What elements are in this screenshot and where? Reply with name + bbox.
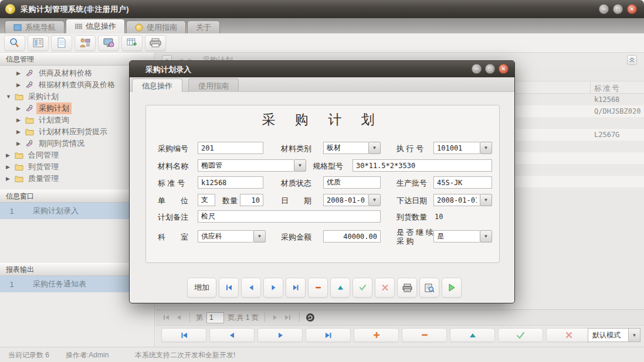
dialog-minimize-button[interactable]: ─ bbox=[472, 64, 482, 74]
print-button[interactable] bbox=[145, 35, 166, 51]
cancel-button[interactable] bbox=[546, 328, 591, 342]
chevron-down-icon[interactable]: ▼ bbox=[480, 142, 492, 154]
search-icon bbox=[9, 37, 21, 48]
last-record-button[interactable] bbox=[286, 278, 306, 298]
first-page-icon[interactable] bbox=[161, 313, 171, 322]
collapse-arrow-icon[interactable] bbox=[6, 94, 15, 100]
tree-item-label: 期间到货情况 bbox=[36, 138, 87, 149]
prev-record-button[interactable] bbox=[241, 278, 261, 298]
tab-system-nav[interactable]: 系统导航 bbox=[5, 21, 65, 33]
department-value[interactable] bbox=[198, 230, 253, 243]
search-button[interactable] bbox=[4, 35, 25, 51]
field-label-material-state: 材质状态 bbox=[281, 178, 311, 189]
add-record-button[interactable] bbox=[354, 328, 399, 342]
dialog-tab-user-guide[interactable]: 使用指南 bbox=[188, 78, 239, 92]
continue-purchase-value[interactable] bbox=[433, 230, 480, 243]
expand-arrow-icon[interactable] bbox=[6, 152, 15, 158]
expand-arrow-icon[interactable] bbox=[6, 164, 15, 170]
material-name-value[interactable] bbox=[198, 159, 294, 172]
next-page-icon[interactable] bbox=[271, 313, 280, 322]
collapse-panel-button[interactable] bbox=[627, 55, 637, 65]
dialog-close-button[interactable]: ✕ bbox=[499, 64, 509, 74]
chevron-down-icon[interactable]: ▼ bbox=[368, 142, 381, 154]
table-add-button[interactable] bbox=[121, 35, 143, 51]
row-label: 采购计划录入 bbox=[23, 206, 79, 216]
material-name-combo[interactable]: ▼ bbox=[198, 159, 306, 172]
user-list-button[interactable] bbox=[74, 35, 96, 51]
tab-about[interactable]: 关于 bbox=[187, 21, 220, 33]
expand-arrow-icon[interactable] bbox=[16, 141, 25, 146]
edit-record-button[interactable] bbox=[330, 278, 350, 298]
form-button[interactable] bbox=[28, 35, 49, 51]
add-button[interactable]: 增加 bbox=[187, 278, 216, 298]
date-combo[interactable]: ▼ bbox=[323, 194, 381, 206]
issue-date-combo[interactable]: ▼ bbox=[433, 194, 492, 206]
first-record-button[interactable] bbox=[219, 278, 239, 298]
tab-label: 系统导航 bbox=[25, 22, 56, 33]
issue-date-value[interactable] bbox=[433, 194, 480, 206]
chevron-down-icon[interactable]: ▼ bbox=[628, 329, 640, 341]
tab-user-guide[interactable]: 使用指南 bbox=[126, 21, 186, 33]
dialog-maximize-button[interactable]: □ bbox=[485, 64, 495, 74]
delete-record-button[interactable] bbox=[402, 328, 447, 342]
maximize-button[interactable]: □ bbox=[613, 4, 623, 14]
chevron-down-icon[interactable]: ▼ bbox=[294, 159, 306, 172]
unit-input[interactable] bbox=[198, 194, 215, 206]
next-record-button[interactable] bbox=[257, 328, 303, 342]
expand-arrow-icon[interactable] bbox=[6, 176, 15, 182]
amount-input[interactable] bbox=[323, 230, 381, 243]
last-record-button[interactable] bbox=[306, 328, 351, 342]
purchase-no-input[interactable] bbox=[198, 142, 263, 154]
minimize-button[interactable]: ─ bbox=[599, 4, 609, 14]
prev-record-button[interactable] bbox=[209, 328, 255, 342]
prev-icon bbox=[248, 284, 255, 291]
prev-page-icon[interactable] bbox=[174, 313, 184, 322]
refresh-icon[interactable] bbox=[306, 313, 315, 322]
chevron-down-icon[interactable]: ▼ bbox=[253, 230, 266, 243]
confirm-button[interactable] bbox=[352, 278, 372, 298]
expand-arrow-icon[interactable] bbox=[16, 105, 25, 111]
spec-model-input[interactable] bbox=[352, 159, 492, 172]
page-label: 第 bbox=[196, 313, 203, 323]
standard-no-input[interactable] bbox=[198, 176, 263, 189]
execute-button[interactable] bbox=[442, 278, 462, 298]
edit-record-button[interactable] bbox=[450, 328, 495, 342]
row-index: 1 bbox=[0, 207, 23, 216]
print-button[interactable] bbox=[397, 278, 417, 298]
dialog-tab-info-operation[interactable]: 信息操作 bbox=[132, 78, 182, 92]
chevron-down-icon[interactable]: ▼ bbox=[480, 230, 492, 243]
continue-purchase-combo[interactable]: ▼ bbox=[433, 230, 492, 243]
print-preview-button[interactable] bbox=[419, 278, 439, 298]
exec-no-value[interactable] bbox=[433, 142, 480, 154]
expand-arrow-icon[interactable] bbox=[16, 117, 25, 123]
delete-record-button[interactable] bbox=[308, 278, 328, 298]
confirm-button[interactable] bbox=[498, 328, 543, 342]
close-button[interactable]: ✕ bbox=[627, 4, 637, 14]
exec-no-combo[interactable]: ▼ bbox=[433, 142, 492, 154]
monitor-button[interactable] bbox=[98, 35, 119, 51]
material-state-input[interactable] bbox=[323, 176, 381, 189]
quantity-input[interactable] bbox=[240, 194, 263, 206]
batch-no-input[interactable] bbox=[433, 176, 492, 189]
date-value[interactable] bbox=[323, 194, 368, 206]
tab-info-operation[interactable]: 信息操作 bbox=[66, 19, 125, 33]
document-button[interactable] bbox=[51, 35, 72, 51]
expand-arrow-icon[interactable] bbox=[16, 70, 25, 76]
mode-select[interactable]: 默认模式 ▼ bbox=[588, 328, 640, 342]
field-label-quantity: 数量 bbox=[222, 196, 238, 206]
chevron-down-icon[interactable]: ▼ bbox=[480, 194, 492, 206]
expand-arrow-icon[interactable] bbox=[16, 129, 25, 135]
expand-arrow-icon[interactable] bbox=[16, 82, 25, 88]
material-type-combo[interactable]: ▼ bbox=[323, 142, 381, 154]
chevron-down-icon[interactable]: ▼ bbox=[368, 194, 381, 206]
last-icon bbox=[324, 332, 333, 339]
last-page-icon[interactable] bbox=[284, 313, 293, 322]
department-combo[interactable]: ▼ bbox=[198, 230, 266, 243]
next-record-button[interactable] bbox=[263, 278, 283, 298]
material-type-value[interactable] bbox=[323, 142, 368, 154]
field-label-issue-date: 下达日期 bbox=[396, 196, 427, 206]
first-record-button[interactable] bbox=[161, 328, 206, 342]
cancel-button[interactable] bbox=[375, 278, 395, 298]
plan-note-input[interactable] bbox=[198, 210, 381, 223]
page-number-input[interactable] bbox=[206, 312, 224, 323]
